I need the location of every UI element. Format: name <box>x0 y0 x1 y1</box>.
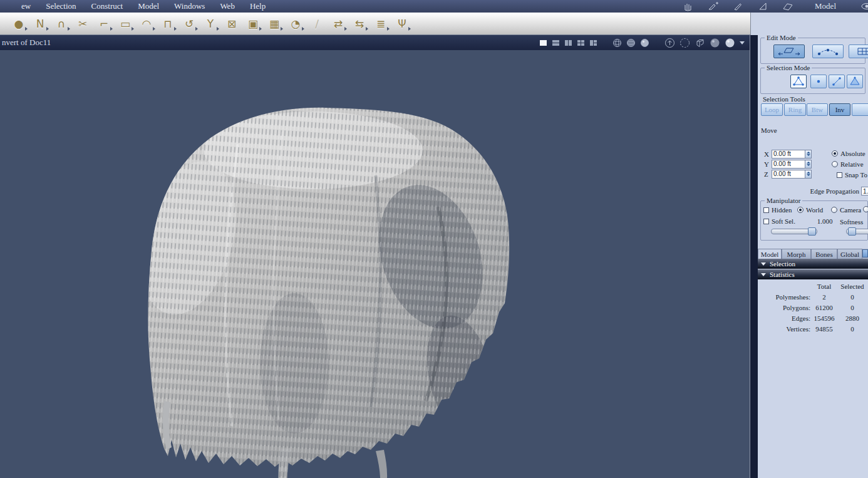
absolute-option[interactable]: Absolute <box>832 150 865 157</box>
loop-button[interactable]: Loop <box>761 103 783 116</box>
eye-icon[interactable] <box>861 1 868 12</box>
tab-model[interactable]: Model <box>758 249 782 259</box>
soft-sel-slider[interactable] <box>771 229 817 234</box>
smooth-sphere-icon[interactable] <box>640 38 649 48</box>
extrude-icon: ⊓ <box>163 18 172 30</box>
section-statistics[interactable]: Statistics <box>758 269 868 279</box>
camera-radio[interactable] <box>831 207 837 213</box>
selection-section-label: Selection <box>770 260 795 268</box>
tool-delete-button[interactable]: ⊠ <box>223 14 240 33</box>
pen-plus-icon[interactable] <box>707 1 718 12</box>
z-value-field[interactable]: 0.00 ft <box>772 170 805 179</box>
softness-slider-thumb[interactable] <box>848 227 856 236</box>
soft-sel-slider-thumb[interactable] <box>808 227 816 236</box>
relative-label: Relative <box>840 160 864 168</box>
tab-global[interactable]: Global <box>837 249 862 259</box>
selection-mode-point-button[interactable] <box>810 75 827 88</box>
tool-magnet-button[interactable]: ∩ <box>53 14 70 33</box>
x-spinner[interactable] <box>805 150 812 158</box>
menu-view[interactable]: ew <box>14 1 38 11</box>
tab-bones[interactable]: Bones <box>811 249 837 259</box>
tab-morph[interactable]: Morph <box>782 249 811 259</box>
soft-sel-checkbox[interactable] <box>763 219 769 224</box>
softness-slider[interactable] <box>846 229 868 234</box>
sail-plane-icon[interactable] <box>757 1 768 12</box>
edit-mode-object-button[interactable] <box>773 44 805 58</box>
edge-propagation-field[interactable]: 1. <box>861 187 868 195</box>
menu-help[interactable]: Help <box>242 1 273 11</box>
single-view-icon[interactable] <box>539 39 547 47</box>
z-spinner[interactable] <box>805 170 812 179</box>
invert-button[interactable]: Inv <box>829 103 850 116</box>
manipulator-label: Manipulator <box>765 197 802 204</box>
tool-rectangle-button[interactable]: ▭ <box>116 14 134 33</box>
menubar: ew Selection Construct Model Windows Web… <box>0 0 868 13</box>
pan-hand-icon[interactable] <box>682 1 693 12</box>
screen-radio[interactable] <box>863 206 868 212</box>
between-button[interactable]: Btw <box>807 103 828 116</box>
orbit-up-icon[interactable] <box>664 38 675 48</box>
selection-mode-edge-button[interactable] <box>829 75 845 88</box>
camera-option[interactable]: Camera <box>831 206 861 214</box>
tool-scissors-button[interactable]: ✂ <box>74 14 91 33</box>
world-option[interactable]: World <box>797 206 823 214</box>
ring-button[interactable]: Ring <box>784 103 806 116</box>
tool-package-button[interactable]: ▦ <box>266 14 283 33</box>
quad-view-icon[interactable] <box>577 39 585 47</box>
soft-sel-option[interactable]: Soft Sel. <box>763 217 795 225</box>
stat-name: Polymeshes: <box>758 293 810 301</box>
edit-mode-uv-button[interactable] <box>849 44 868 58</box>
section-selection[interactable]: Selection <box>758 259 868 269</box>
absolute-label: Absolute <box>840 150 865 157</box>
tool-flip-button[interactable]: ⇆ <box>351 14 368 33</box>
dashed-circle-icon[interactable] <box>679 38 690 48</box>
absolute-radio[interactable] <box>832 150 838 157</box>
tool-symmetry-button[interactable]: Ψ <box>393 14 411 33</box>
panel-divider[interactable] <box>750 35 758 478</box>
extra-selection-button[interactable] <box>852 103 868 116</box>
world-radio[interactable] <box>797 207 803 213</box>
menu-windows[interactable]: Windows <box>167 1 212 11</box>
dark-sphere-icon[interactable] <box>710 38 720 48</box>
tool-bridge-button[interactable]: ≣ <box>372 14 390 33</box>
tool-cube-button[interactable]: ▣ <box>244 14 262 33</box>
tool-twist-button[interactable]: ↺ <box>180 14 198 33</box>
menu-selection[interactable]: Selection <box>38 1 83 11</box>
wireframe-sphere-icon[interactable] <box>612 38 622 48</box>
tool-curves-button[interactable]: N <box>31 14 49 33</box>
snap-checkbox[interactable] <box>837 172 842 178</box>
light-sphere-icon[interactable] <box>725 38 735 48</box>
relative-option[interactable]: Relative <box>832 160 864 168</box>
split-vertical-view-icon[interactable] <box>564 39 572 47</box>
tool-slice-button[interactable]: ◔ <box>287 14 304 33</box>
split-horizontal-view-icon[interactable] <box>552 39 560 47</box>
three-view-icon[interactable] <box>589 39 597 47</box>
menu-construct[interactable]: Construct <box>84 1 131 11</box>
panel-scroll-button[interactable] <box>862 249 868 257</box>
perspective-box-icon[interactable] <box>695 38 705 48</box>
x-value-field[interactable]: 0.00 ft <box>772 150 805 158</box>
tool-extrude-button[interactable]: ⊓ <box>159 14 177 33</box>
y-value-field[interactable]: 0.00 ft <box>772 160 805 169</box>
tool-sweep-button[interactable]: ⇄ <box>329 14 347 33</box>
tool-sphere-button[interactable]: ● <box>10 14 28 33</box>
y-spinner[interactable] <box>805 160 812 169</box>
hidden-option[interactable]: Hidden <box>763 206 792 214</box>
pen-icon[interactable] <box>732 1 743 12</box>
selection-mode-face-button[interactable] <box>847 75 863 88</box>
edit-mode-tweak-button[interactable] <box>812 44 844 58</box>
shaded-sphere-icon[interactable] <box>626 38 636 48</box>
hair-model[interactable] <box>0 50 750 478</box>
tool-dome-button[interactable]: ◠ <box>138 14 155 33</box>
snap-option[interactable]: Snap To G <box>837 171 868 179</box>
tool-lathe-button[interactable]: Y <box>202 14 219 33</box>
tool-polyline-button[interactable]: ⌐ <box>95 14 113 33</box>
hidden-checkbox[interactable] <box>763 207 769 213</box>
viewport-3d[interactable] <box>0 50 750 478</box>
selection-mode-vertices-button[interactable] <box>790 75 807 88</box>
relative-radio[interactable] <box>832 161 838 167</box>
menu-web[interactable]: Web <box>212 1 242 11</box>
surface-plane-icon[interactable] <box>782 1 793 12</box>
menu-model[interactable]: Model <box>130 1 167 11</box>
display-dropdown-icon[interactable] <box>740 41 745 44</box>
